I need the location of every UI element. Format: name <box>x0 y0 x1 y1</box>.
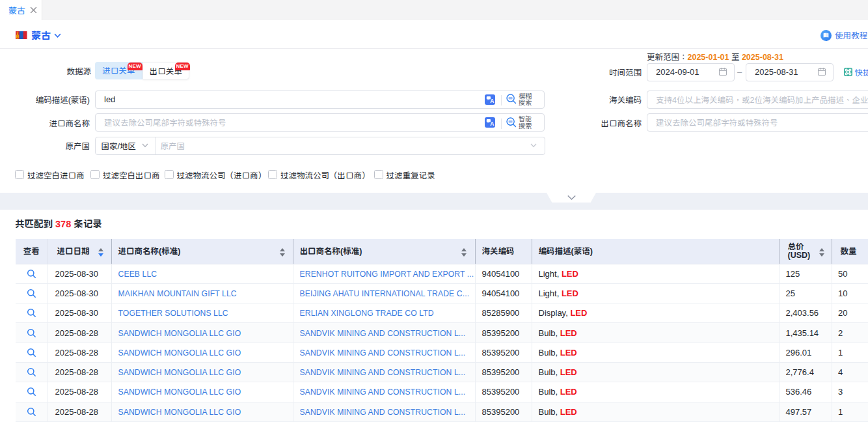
svg-text:A: A <box>490 120 494 127</box>
svg-text:A: A <box>490 98 494 104</box>
